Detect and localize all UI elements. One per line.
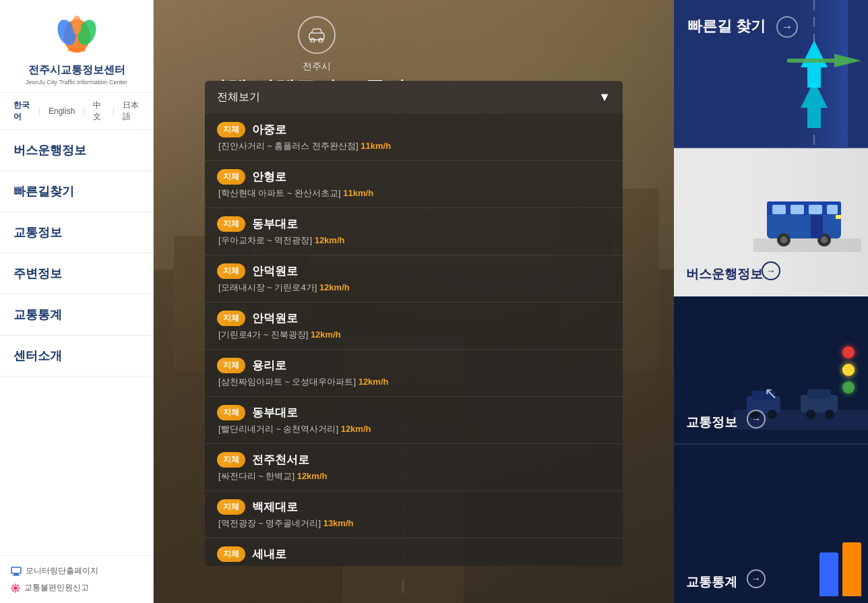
road-name: 동부대로 <box>252 405 298 420</box>
road-name: 안덕원로 <box>252 263 298 279</box>
svg-rect-6 <box>14 573 18 575</box>
monitor-link[interactable]: 모니터링단출페이지 <box>11 565 142 577</box>
traffic-item[interactable]: 지체 동부대로 [우아교차로 ~ 역전광장] 12km/h <box>205 208 623 255</box>
traffic-info-title: 교통정보 <box>686 414 737 431</box>
road-name: 안덕원로 <box>252 311 298 326</box>
quick-route-arrow-icon: → <box>782 21 793 33</box>
card-traffic-info[interactable]: 교통정보 → ↖ <box>674 296 868 445</box>
traffic-item[interactable]: 지체 전주천서로 [싸전다리 ~ 한벽교] 12km/h <box>205 444 623 491</box>
sidebar-item-nearby-info[interactable]: 주변정보 <box>0 253 153 294</box>
sidebar-item-traffic-info[interactable]: 교통정보 <box>0 212 153 253</box>
traffic-badge: 지체 <box>217 169 245 185</box>
card-traffic-stats[interactable]: 교통통계 → <box>674 445 868 603</box>
traffic-item[interactable]: 지체 용리로 [삼천짜임아파트 ~ 오성대우아파트] 12km/h <box>205 350 623 397</box>
svg-point-9 <box>15 583 17 586</box>
traffic-route: [학산현대 아파트 ~ 완산서초교] 11km/h <box>217 187 611 199</box>
traffic-item[interactable]: 지체 안형로 [학산현대 아파트 ~ 완산서초교] 11km/h <box>205 161 623 208</box>
svg-rect-44 <box>811 215 823 238</box>
svg-rect-22 <box>619 189 659 371</box>
traffic-speed: 13km/h <box>323 518 354 528</box>
lang-english[interactable]: English <box>46 105 78 117</box>
traffic-item[interactable]: 지체 안덕원로 [기린로4가 ~ 진북광장] 12km/h <box>205 303 623 350</box>
language-bar: 한국어 | English | 中文 | 日本語 <box>0 93 153 130</box>
traffic-item[interactable]: 지체 동부대로 [빨단리네거리 ~ 송천역사거리] 12km/h <box>205 397 623 444</box>
sidebar-item-traffic-stats[interactable]: 교통통계 <box>0 294 153 336</box>
sidebar-footer: 모니터링단출페이지 교통불편민원신고 <box>0 555 153 603</box>
svg-point-50 <box>768 410 777 419</box>
main-content: 전주시 지체·정체구간 소통정보 전체보기 ▼ 지체 아중로 [진안사거리 ~ … <box>154 0 674 603</box>
svg-rect-36 <box>772 205 786 214</box>
traffic-badge: 지체 <box>217 358 245 373</box>
svg-rect-48 <box>752 391 775 400</box>
road-name: 전주천서로 <box>252 452 309 468</box>
svg-point-11 <box>11 587 13 589</box>
lang-korean[interactable]: 한국어 <box>11 98 33 124</box>
flower-icon <box>11 583 20 593</box>
quick-route-arrow-btn[interactable]: → <box>776 16 798 38</box>
car-icon-circle <box>298 16 336 54</box>
svg-point-54 <box>825 410 834 419</box>
traffic-speed: 12km/h <box>311 329 341 340</box>
road-name: 용리로 <box>252 358 286 373</box>
traffic-route: [역전광장 ~ 명주골네거리] 13km/h <box>217 517 611 530</box>
road-name: 아중로 <box>252 122 286 137</box>
sidebar-item-center-intro[interactable]: 센터소개 <box>0 336 153 377</box>
sidebar-item-quick-route[interactable]: 빠른길찾기 <box>0 171 153 212</box>
logo-title: 전주시교통정보센터 <box>7 63 146 77</box>
panel-header[interactable]: 전체보기 ▼ <box>205 81 623 114</box>
svg-rect-37 <box>790 205 804 214</box>
traffic-route: [싸전다리 ~ 한벽교] 12km/h <box>217 470 611 482</box>
road-name: 세내로 <box>252 546 286 562</box>
traffic-item[interactable]: 지체 아중로 [진안사거리 ~ 홈플러스 전주완산점] 11km/h <box>205 114 623 161</box>
traffic-item[interactable]: 지체 백제대로 [역전광장 ~ 명주골네거리] 13km/h <box>205 491 623 538</box>
traffic-route: [삼천짜임아파트 ~ 오성대우아파트] 12km/h <box>217 376 611 388</box>
svg-rect-52 <box>807 389 831 399</box>
monitor-icon <box>11 567 22 576</box>
traffic-badge: 지체 <box>217 311 245 326</box>
svg-point-3 <box>71 15 81 34</box>
lang-japanese[interactable]: 日本語 <box>120 98 142 124</box>
svg-rect-7 <box>13 575 20 576</box>
lang-chinese[interactable]: 中文 <box>90 98 107 124</box>
nav-menu: 버스운행정보 빠른길찾기 교통정보 주변정보 교통통계 센터소개 <box>0 130 153 555</box>
svg-point-27 <box>319 38 323 42</box>
traffic-speed: 12km/h <box>341 424 371 434</box>
traffic-item[interactable]: 지체 안덕원로 [모래내시장 ~ 기린로4가] 12km/h <box>205 255 623 303</box>
traffic-badge: 지체 <box>217 452 245 468</box>
right-panel: 빠른길 찾기 → 버스운행정 <box>674 0 868 603</box>
traffic-badge: 지체 <box>217 405 245 420</box>
svg-point-12 <box>18 587 20 589</box>
svg-rect-45 <box>836 215 841 219</box>
traffic-route: [빨단리네거리 ~ 송천역사거리] 12km/h <box>217 423 611 435</box>
complaint-link-label: 교통불편민원신고 <box>24 582 89 594</box>
svg-point-26 <box>311 38 315 42</box>
traffic-list: 지체 아중로 [진안사거리 ~ 홈플러스 전주완산점] 11km/h 지체 안형… <box>205 114 623 566</box>
complaint-link[interactable]: 교통불편민원신고 <box>11 582 142 594</box>
svg-rect-5 <box>11 567 21 573</box>
card-bus-info[interactable]: 버스운행정보 → <box>674 148 868 296</box>
road-name: 동부대로 <box>252 216 298 232</box>
svg-rect-38 <box>809 205 822 214</box>
traffic-badge: 지체 <box>217 122 245 137</box>
traffic-info-arrow-btn[interactable]: → <box>747 410 766 429</box>
traffic-route: [진안사거리 ~ 홈플러스 전주완산점] 11km/h <box>217 140 611 152</box>
bus-svg <box>753 178 861 265</box>
svg-point-8 <box>14 586 18 590</box>
bus-info-arrow-btn[interactable]: → <box>762 261 780 280</box>
sidebar: 전주시교통정보센터 JeonJu City Traffic Informatio… <box>0 0 154 603</box>
traffic-route: [우아교차로 ~ 역전광장] 12km/h <box>217 234 611 247</box>
traffic-speed: 12km/h <box>359 377 389 387</box>
traffic-speed: 12km/h <box>319 282 350 292</box>
stats-bar-1 <box>819 552 838 596</box>
road-name: 안형로 <box>252 169 286 185</box>
stats-bar-2 <box>842 542 861 596</box>
traffic-item[interactable]: 지체 세내로 <box>205 538 623 566</box>
svg-point-41 <box>780 236 787 243</box>
logo-icon <box>50 12 104 59</box>
sidebar-item-bus-info[interactable]: 버스운행정보 <box>0 130 153 171</box>
traffic-stats-arrow-btn[interactable]: → <box>747 569 766 588</box>
traffic-stats-title: 교통통계 <box>686 573 737 591</box>
svg-point-53 <box>806 410 815 419</box>
card-quick-route[interactable]: 빠른길 찾기 → <box>674 0 868 148</box>
traffic-route: [모래내시장 ~ 기린로4가] 12km/h <box>217 282 611 294</box>
